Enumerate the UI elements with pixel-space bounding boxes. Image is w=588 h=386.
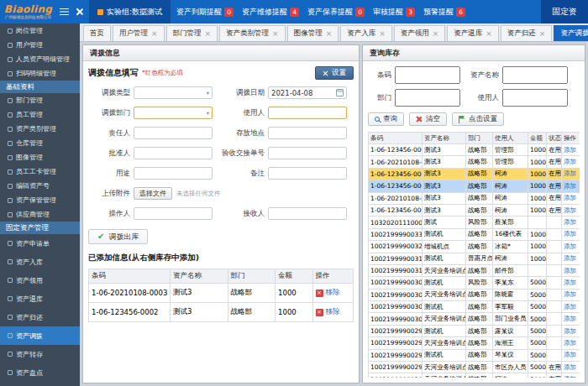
close-icon[interactable] <box>75 8 83 16</box>
add-link[interactable]: 添加 <box>564 375 576 378</box>
sidebar-item[interactable]: 编辑资产号 <box>0 179 80 193</box>
add-link[interactable]: 添加 <box>564 182 576 190</box>
top-menu-item[interactable]: 资产到期提醒0 <box>176 7 234 18</box>
table-row[interactable]: 1002199990029测试机战略部露某议5000添加 <box>369 325 580 336</box>
add-link[interactable]: 添加 <box>564 290 576 298</box>
table-row[interactable]: 1002199990029天河业务培训点战略部柯涛5000在用添加 <box>369 373 580 378</box>
sidebar-item[interactable]: 用户管理 <box>0 38 80 52</box>
table-row[interactable]: 1002199990029天河业务培训点战略部市区办人员5000在用添加 <box>369 362 580 373</box>
tab-close-icon[interactable]: × <box>539 30 546 38</box>
table-row[interactable]: 1002199990030测试机风险部李某东5000添加 <box>369 277 580 289</box>
transfer-out-button[interactable]: ✔ 调拨出库 <box>88 229 148 244</box>
remove-button[interactable]: ×移除 <box>316 307 340 317</box>
form-input[interactable] <box>134 207 213 220</box>
top-menu-item[interactable]: 资产保养提醒0 <box>307 7 365 18</box>
add-link[interactable]: 添加 <box>564 327 576 335</box>
table-row[interactable]: 1002199990030测试机战略部李军毅5000添加 <box>369 301 580 313</box>
search-input[interactable] <box>395 89 460 107</box>
form-input[interactable] <box>134 147 213 159</box>
add-link[interactable]: 添加 <box>564 267 576 274</box>
sidebar-item[interactable]: 扫码明细管理 <box>0 66 80 81</box>
add-link[interactable]: 添加 <box>564 218 576 226</box>
table-row[interactable]: 1-06-20210108-0测试3战略部管理部1000在用添加 <box>369 156 580 168</box>
table-row[interactable]: 1-06-123456-000测试3战略部柯涛1000在用添加 <box>369 204 580 216</box>
form-select[interactable]: ▾ <box>134 107 213 119</box>
top-menu-item[interactable]: 资产维修提醒4 <box>242 7 299 18</box>
tab-close-icon[interactable]: × <box>326 30 333 38</box>
sidebar-item[interactable]: 资产类别管理 <box>0 122 80 136</box>
tab-close-icon[interactable]: × <box>272 30 279 38</box>
menu-icon[interactable] <box>60 8 69 16</box>
tab[interactable]: 用户管理× <box>113 25 165 41</box>
table-row[interactable]: 1-06-123456-000测试3战略部柯涛1000在用添加 <box>369 168 580 180</box>
tab[interactable]: 资产调拨 <box>554 25 588 41</box>
table-row[interactable]: 1002199990033测试机战略部16楼代表1000添加 <box>369 228 580 240</box>
table-row[interactable]: 1002199990030天河业务培训点战略部陈晓窗5000添加 <box>369 289 580 300</box>
form-input[interactable] <box>268 147 347 159</box>
search-input[interactable] <box>395 66 460 84</box>
sidebar-item[interactable]: 供应商管理 <box>0 207 80 222</box>
add-link[interactable]: 添加 <box>564 279 576 286</box>
sidebar-item[interactable]: 员工工卡管理 <box>0 164 80 179</box>
add-link[interactable]: 添加 <box>564 315 576 322</box>
tab[interactable]: 资产类别管理× <box>219 25 286 41</box>
form-input[interactable] <box>134 167 213 180</box>
tab[interactable]: 资产入库× <box>340 25 392 41</box>
table-row[interactable]: 1002199990032增城机点战略部冰箱*1000添加 <box>369 241 580 253</box>
top-menu-item[interactable]: 预警提醒6 <box>423 7 465 18</box>
tab[interactable]: 资产归还× <box>501 25 553 41</box>
tab[interactable]: 首页 <box>83 25 111 41</box>
table-row[interactable]: 1-06-123456-000测试3战略部管理部1000在用添加 <box>369 144 580 156</box>
tab[interactable]: 资产退库× <box>447 25 499 41</box>
add-link[interactable]: 添加 <box>564 243 576 250</box>
add-link[interactable]: 添加 <box>564 303 576 310</box>
sidebar-item[interactable]: 员工管理 <box>0 107 80 122</box>
sidebar-item[interactable]: 资产转存 <box>0 345 80 363</box>
table-row[interactable]: 1002199990030天河业务培训点战略部部门业务员5000添加 <box>369 313 580 325</box>
sidebar-section-header[interactable]: 基础资料 <box>0 81 80 93</box>
add-link[interactable]: 添加 <box>564 351 576 358</box>
top-menu-item[interactable]: 审核提醒3 <box>373 7 415 18</box>
sidebar-item[interactable]: 部门管理 <box>0 93 80 107</box>
sidebar-item[interactable]: 资产领用 <box>0 271 80 290</box>
tab-close-icon[interactable]: × <box>433 30 439 38</box>
date-input[interactable]: 2021-04-08 <box>268 86 347 99</box>
add-link[interactable]: 添加 <box>564 170 576 177</box>
choose-file-button[interactable]: 选择文件 <box>134 187 172 200</box>
add-link[interactable]: 添加 <box>564 230 576 237</box>
sidebar-item[interactable]: 资产盘点 <box>0 363 80 382</box>
add-link[interactable]: 添加 <box>564 254 576 262</box>
clear-button[interactable]: 清空 <box>409 112 447 126</box>
sidebar-item[interactable]: 资产入库 <box>0 253 80 271</box>
sidebar-item[interactable]: 岗位管理 <box>0 23 80 38</box>
table-row[interactable]: 1002199990031天河业务培训点战略部邮件部添加 <box>369 264 580 276</box>
sidebar-item[interactable]: 资产申请单 <box>0 234 80 253</box>
sidebar-item[interactable]: 资产调拨 <box>0 326 80 345</box>
sidebar-item[interactable]: 仓库管理 <box>0 136 80 150</box>
add-link[interactable]: 添加 <box>564 363 576 371</box>
search-input[interactable] <box>502 89 568 107</box>
add-link[interactable]: 添加 <box>564 206 576 214</box>
sidebar-item[interactable]: 资产保管管理 <box>0 193 80 207</box>
sidebar-item[interactable]: 资产退库 <box>0 290 80 308</box>
form-input[interactable] <box>268 207 347 220</box>
workspace-tab[interactable]: 实验组:数据测试 <box>89 0 171 23</box>
sidebar-section-header[interactable]: 固定资产管理 <box>0 222 80 234</box>
add-link[interactable]: 添加 <box>564 194 576 201</box>
table-row[interactable]: 1-06-123456-000测试3战略部柯涛1000在用添加 <box>369 180 580 192</box>
form-input[interactable] <box>268 167 347 180</box>
form-input[interactable] <box>268 107 347 119</box>
tab-close-icon[interactable]: × <box>486 30 492 38</box>
table-row[interactable]: 1002199990029天河业务培训点战略部海潮王5000添加 <box>369 337 580 349</box>
settings-button[interactable]: 设置 <box>315 66 354 80</box>
form-select[interactable]: ▾ <box>134 86 213 99</box>
tab-close-icon[interactable]: × <box>205 30 212 38</box>
tab[interactable]: 部门管理× <box>166 25 218 41</box>
sidebar-item[interactable]: 图像管理 <box>0 150 80 164</box>
form-input[interactable] <box>134 127 213 139</box>
tab[interactable]: 图像管理× <box>287 25 339 41</box>
table-row[interactable]: 10320201110007测试风险部蔡某部添加 <box>369 216 580 228</box>
add-link[interactable]: 添加 <box>564 339 576 347</box>
sidebar-item[interactable]: 资产归还 <box>0 308 80 326</box>
add-link[interactable]: 添加 <box>564 146 576 154</box>
